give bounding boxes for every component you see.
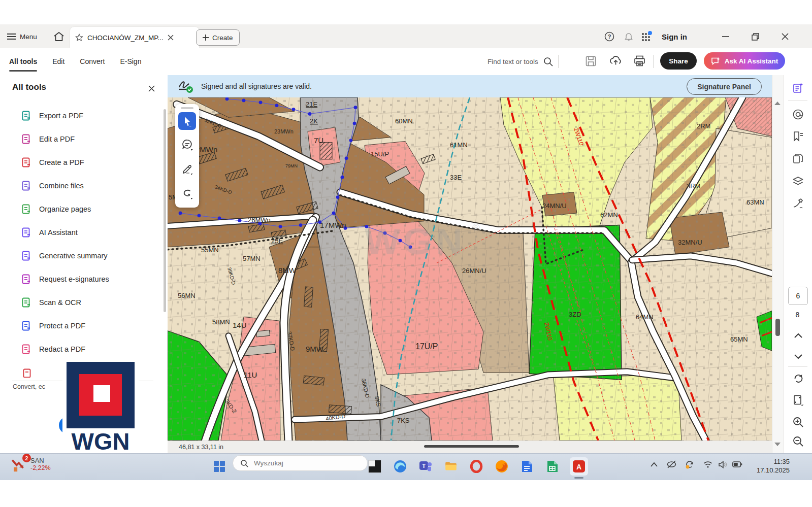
- sidebar-item-combine-files[interactable]: Combine files: [0, 174, 161, 197]
- taskbar-clock[interactable]: 11:35 17.10.2025: [741, 457, 790, 475]
- tasks-app-icon: [368, 460, 381, 473]
- tools-list: Export a PDF Edit a PDF Create a PDF Com…: [0, 104, 161, 361]
- tab-close-icon[interactable]: [168, 35, 174, 41]
- find-tools[interactable]: Find text or tools: [488, 48, 559, 75]
- comment-tool[interactable]: [178, 136, 196, 153]
- taskbar-search[interactable]: [233, 455, 368, 471]
- document-tab[interactable]: CHOCIANÓW_ZM_MP...: [70, 27, 199, 48]
- redact-pdf-icon: [21, 344, 31, 354]
- fit-page-button[interactable]: [792, 394, 804, 406]
- export-pdf-icon: [21, 111, 31, 121]
- bell-icon: [624, 31, 634, 42]
- signature-panel-button[interactable]: Signature Panel: [687, 78, 762, 95]
- taskbar-app-explorer[interactable]: [442, 457, 460, 476]
- nav-tab-all-tools[interactable]: All tools: [9, 48, 37, 75]
- taskbar-stock-widget[interactable]: 2 SAN -2,22%: [10, 456, 51, 473]
- wifi-status[interactable]: [703, 459, 713, 469]
- vertical-scrollbar[interactable]: [772, 75, 784, 453]
- privacy-indicator[interactable]: [666, 459, 676, 469]
- horizontal-scrollbar[interactable]: [424, 445, 519, 448]
- sidebar-item-export-a-pdf[interactable]: Export a PDF: [0, 104, 161, 127]
- fit-page-icon: [792, 394, 804, 406]
- taskbar-app-tasks[interactable]: [366, 457, 384, 476]
- select-tool[interactable]: [178, 112, 196, 130]
- stock-change: -2,22%: [30, 464, 51, 472]
- partial-tool-icon: [22, 368, 33, 378]
- map-label-60MN: 60MN: [395, 117, 413, 125]
- print-button[interactable]: [633, 54, 646, 67]
- taskbar-search-input[interactable]: [253, 459, 346, 467]
- taskbar-app-sheets[interactable]: [543, 457, 562, 476]
- generative-summary-button[interactable]: [792, 82, 804, 94]
- signature-message: Signed and all signatures are valid.: [201, 82, 312, 90]
- close-button[interactable]: [779, 31, 791, 42]
- home-button[interactable]: [52, 29, 66, 44]
- close-icon: [782, 33, 789, 40]
- taskbar-app-acrobat[interactable]: A: [570, 457, 588, 476]
- taskbar-app-teams[interactable]: T: [416, 457, 435, 476]
- document-tab-title: CHOCIANÓW_ZM_MP...: [87, 34, 164, 42]
- quick-tools-palette[interactable]: [175, 104, 199, 208]
- save-button[interactable]: [584, 54, 597, 67]
- sidebar-item-organize-pages[interactable]: Organize pages: [0, 197, 161, 221]
- app-launcher-button[interactable]: [640, 30, 653, 43]
- tray-expand-button[interactable]: [649, 459, 659, 469]
- signatures-button[interactable]: [792, 198, 804, 210]
- map-label-32MN/U: 32MN/U: [678, 239, 702, 246]
- layers-button[interactable]: [792, 176, 804, 187]
- restore-button[interactable]: [750, 31, 761, 42]
- battery-status[interactable]: [732, 459, 742, 469]
- nav-tab-edit[interactable]: Edit: [52, 48, 64, 75]
- minimize-button[interactable]: [720, 31, 731, 42]
- sign-in-button[interactable]: Sign in: [662, 29, 687, 44]
- sign-in-label: Sign in: [662, 32, 687, 41]
- scroll-up-arrow[interactable]: [774, 102, 781, 105]
- nav-tab-convert[interactable]: Convert: [80, 48, 105, 75]
- lasso-tool[interactable]: [178, 184, 196, 202]
- sidebar-scrollbar[interactable]: [164, 109, 166, 312]
- nav-tab-e-sign[interactable]: E-Sign: [120, 48, 141, 75]
- bookmarks-button[interactable]: [792, 130, 804, 142]
- sidebar-item-edit-a-pdf[interactable]: Edit a PDF: [0, 127, 161, 151]
- volume-status[interactable]: [718, 459, 728, 469]
- draw-tool[interactable]: [178, 160, 196, 178]
- sidebar-item-scan-ocr[interactable]: Scan & OCR: [0, 291, 161, 314]
- rotate-page-button[interactable]: [792, 373, 804, 384]
- taskbar-app-edge[interactable]: [391, 457, 409, 476]
- taskbar-app-firefox[interactable]: [493, 457, 511, 476]
- panel-close-button[interactable]: [146, 83, 156, 93]
- tool-label: Scan & OCR: [39, 298, 81, 307]
- upload-button[interactable]: [608, 53, 623, 67]
- page-thumbnails-button[interactable]: [792, 153, 804, 164]
- comments-button[interactable]: [792, 109, 804, 120]
- taskbar-app-docs[interactable]: [518, 457, 536, 476]
- previous-page-button[interactable]: [792, 330, 804, 342]
- help-button[interactable]: ?: [603, 30, 615, 43]
- sidebar-item-request-e-signatures[interactable]: Request e-signatures: [0, 267, 161, 291]
- palette-drag-handle[interactable]: [181, 107, 193, 109]
- next-page-button[interactable]: [792, 350, 804, 362]
- rail-divider: [788, 100, 807, 101]
- ask-ai-assistant-button[interactable]: Ask AI Assistant: [704, 52, 785, 70]
- start-button[interactable]: [210, 457, 229, 476]
- create-tab-button[interactable]: Create: [196, 29, 240, 46]
- zoom-in-button[interactable]: [792, 416, 804, 428]
- sidebar-item-ai-assistant[interactable]: AI Assistant: [0, 221, 161, 244]
- wgn-logo: WGN: [62, 358, 139, 456]
- zoom-out-button[interactable]: [792, 435, 804, 447]
- notifications-button[interactable]: [623, 30, 635, 43]
- menu-button[interactable]: Menu: [7, 29, 37, 44]
- sync-status[interactable]: [685, 459, 695, 469]
- scroll-down-arrow[interactable]: [774, 443, 781, 446]
- pdf-map-canvas[interactable]: WGN ® 21E2K7U15U/P60MN61MN33E23MWn2MWn79…: [168, 97, 772, 441]
- taskbar-app-opera[interactable]: [467, 457, 485, 476]
- share-button[interactable]: Share: [660, 52, 697, 70]
- sidebar-item-create-a-pdf[interactable]: Create a PDF: [0, 151, 161, 174]
- tool-label: Redact a PDF: [39, 345, 85, 353]
- sidebar-item-protect-a-pdf[interactable]: Protect a PDF: [0, 314, 161, 337]
- sidebar-item-generative-summary[interactable]: Generative summary: [0, 244, 161, 267]
- generative-summary-icon: [792, 82, 804, 94]
- page-number-box[interactable]: 6: [788, 287, 808, 305]
- vertical-scrollbar-thumb[interactable]: [775, 319, 780, 336]
- tool-label: Combine files: [39, 182, 84, 190]
